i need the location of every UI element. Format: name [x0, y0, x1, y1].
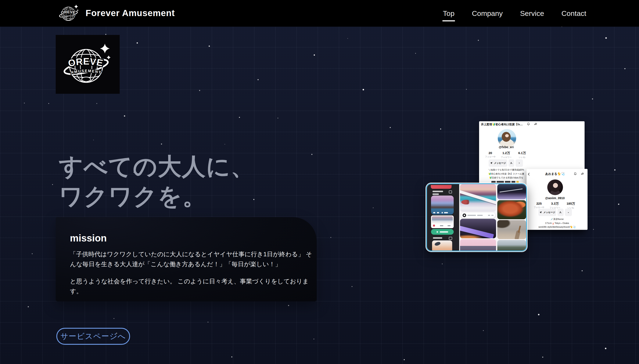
star-dot: [442, 264, 443, 264]
main-nav: Top Company Service Contact: [442, 0, 587, 27]
star-dot: [161, 144, 162, 144]
star-dot: [199, 90, 200, 91]
back-chevron-icon: [527, 172, 531, 176]
star-dot: [314, 54, 315, 56]
app-screenshot-video-feed: [426, 183, 527, 252]
star-dot: [288, 305, 289, 306]
profile-b-handle: @aoiim_0910: [534, 196, 576, 200]
copy-icon: [449, 190, 452, 194]
app-sidebar: [427, 184, 459, 250]
profile-screenshot-aoiim: あおまる🐈🩺 @aoiim_0910 225フォロー中 3.3万フォロワー 18…: [526, 169, 587, 230]
mission-card: mission 「子供時代はワクワクしていたのに大人になるとイヤイヤ仕事に行き1…: [56, 217, 317, 301]
star-dot: [347, 38, 348, 39]
video-meta-bar: [461, 212, 495, 218]
video-grid: [459, 184, 526, 250]
hero-heading-line2: ワクワクを。: [59, 181, 255, 211]
tile-skyline-pink: [460, 239, 496, 252]
tile-city-night: [460, 219, 496, 238]
caret-up-icon: [567, 211, 570, 214]
star-dot: [93, 140, 94, 140]
globe-logo-icon-large: FOREVER AMUSEMENT: [62, 41, 113, 88]
star-dot: [415, 53, 416, 54]
bell-icon: [527, 122, 530, 126]
star-dot: [331, 237, 331, 238]
caret-down-icon: [518, 162, 521, 164]
profile-b-bio: 💉美容Nurse 171cm🗼Tokyo⇔Osaka work/life sty…: [529, 217, 584, 229]
star-dot: [352, 286, 353, 287]
star-dot: [224, 144, 225, 144]
star-dot: [618, 204, 619, 205]
folder-icon: [449, 237, 452, 240]
star-dot: [592, 98, 593, 100]
star-dot: [483, 330, 484, 331]
share-icon: [534, 122, 537, 126]
caret-down-button: [515, 159, 523, 167]
star-dot: [363, 89, 364, 90]
tile-dark-lake: [497, 184, 526, 199]
stat-likes: 6.1万いいね: [515, 151, 529, 159]
avatar-aoiim: [547, 180, 563, 195]
star-dot: [137, 42, 138, 44]
profile-b-stats: 225フォロー中 3.3万フォロワー 185万いいね: [532, 202, 578, 209]
star-dot: [582, 270, 583, 271]
star-dot: [231, 356, 232, 358]
star-dot: [52, 184, 53, 185]
video-thumbnail-balloon: [432, 240, 452, 252]
nav-item-company[interactable]: Company: [471, 3, 503, 24]
star-dot: [277, 118, 278, 118]
channel-avatar: [463, 214, 466, 217]
message-button: メッセージ: [538, 209, 556, 216]
star-dot: [32, 253, 33, 254]
stat-following: 20フォロー中: [483, 151, 498, 159]
site-header: FOREVER AMUSEMENT Forever Amusement Top …: [0, 0, 639, 27]
star-dot: [404, 359, 405, 360]
profile-b-title: あおまる🐈🩺: [534, 172, 576, 176]
star-dot: [614, 169, 615, 170]
profile-a-bio: ＼知識０でも毎日1分で運用成績5% 🔰初心者向け投資【fx】スクール運 🔰主婦で…: [481, 168, 531, 180]
star-dot: [209, 46, 210, 47]
like-badge: [433, 224, 435, 227]
page: FOREVER AMUSEMENT Forever Amusement Top …: [0, 0, 639, 364]
star-dot: [239, 117, 240, 118]
stat-followers: 3.3万フォロワー: [546, 202, 563, 209]
star-dot: [114, 318, 114, 319]
clipped-bio-line: [491, 181, 521, 183]
service-page-button[interactable]: サービスページへ: [56, 328, 130, 345]
hero-heading-line1: すべての大人に、: [59, 152, 255, 181]
star-dot: [124, 115, 125, 116]
star-dot: [542, 356, 543, 358]
video-info-card: [431, 216, 454, 228]
nav-item-contact[interactable]: Contact: [561, 3, 587, 24]
star-dot: [624, 68, 625, 69]
profile-a-title: 井上恵理🔰初心者向け投資【fx…: [481, 122, 523, 126]
play-icon: [437, 231, 438, 233]
star-dot: [593, 229, 594, 230]
mission-title: mission: [70, 232, 107, 244]
star-dot: [605, 348, 606, 349]
follow-person-button: [509, 159, 514, 167]
profile-a-handle: @fxbo_eri: [485, 146, 527, 149]
stat-likes: 185万いいね: [563, 202, 578, 209]
brand: FOREVER AMUSEMENT Forever Amusement: [59, 2, 175, 24]
star-dot: [390, 127, 391, 128]
person-add-icon: [510, 162, 513, 164]
star-dot: [208, 322, 208, 322]
star-dot: [478, 40, 479, 41]
star-dot: [373, 208, 374, 208]
nav-item-service[interactable]: Service: [520, 3, 544, 24]
star-dot: [28, 306, 29, 307]
star-dot: [257, 79, 259, 80]
tile-giraffe: [497, 220, 526, 239]
tile-city-pink: [460, 184, 496, 212]
hero-heading: すべての大人に、 ワクワクを。: [59, 152, 255, 211]
bell-icon: [573, 172, 577, 176]
nav-item-top[interactable]: Top: [442, 3, 455, 24]
star-dot: [311, 154, 312, 155]
star-dot: [96, 103, 97, 104]
stat-followers: 1.2万フォロワー: [498, 151, 515, 159]
video-thumbnail-sunset: [431, 196, 454, 214]
share-icon: [581, 172, 584, 176]
star-dot: [440, 128, 441, 130]
follow-person-button: [557, 209, 564, 216]
stat-following: 225フォロー中: [532, 202, 546, 209]
